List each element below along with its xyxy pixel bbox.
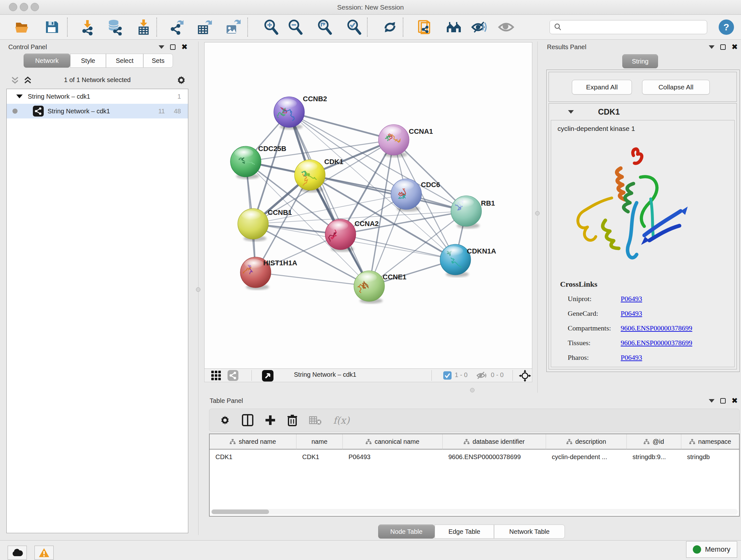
control-panel: Control Panel ✖ Network Style Select Set… — [4, 42, 191, 535]
table-options-gear-icon[interactable] — [219, 415, 230, 426]
show-columns-icon[interactable] — [242, 414, 253, 426]
add-column-icon[interactable] — [265, 415, 276, 426]
main-toolbar: ? — [0, 15, 741, 40]
bottom-splitter-handle[interactable] — [470, 388, 475, 392]
column-header-id[interactable]: @id — [627, 434, 681, 449]
warnings-button[interactable] — [35, 546, 54, 560]
export-network-icon[interactable] — [168, 18, 186, 36]
network-share-icon — [33, 106, 44, 117]
panel-float-icon[interactable] — [170, 44, 176, 50]
collection-expand-icon[interactable] — [16, 95, 23, 98]
column-header-shared-name[interactable]: shared name — [210, 434, 296, 449]
column-header-description[interactable]: description — [546, 434, 627, 449]
network-canvas[interactable]: CCNB2CCNA1CDC25BCDK1CDC6RB1CCNB1CCNA2CDK… — [204, 42, 532, 369]
import-network-database-icon[interactable] — [106, 18, 124, 36]
zoom-in-icon[interactable] — [262, 18, 280, 36]
tab-style[interactable]: Style — [70, 54, 106, 68]
search-input[interactable] — [562, 23, 707, 31]
right-splitter-handle[interactable] — [535, 211, 540, 215]
zoom-selected-icon[interactable] — [345, 18, 363, 36]
expand-all-button[interactable]: Expand All — [572, 80, 632, 95]
column-header-canonical-name[interactable]: canonical name — [343, 434, 443, 449]
memory-button[interactable]: Memory — [686, 541, 737, 558]
save-session-icon[interactable] — [43, 18, 61, 36]
import-table-icon[interactable] — [135, 18, 152, 36]
hidden-eye-icon — [476, 371, 488, 380]
detach-view-icon[interactable] — [262, 370, 273, 381]
tab-string[interactable]: String — [622, 54, 658, 68]
window-zoom-button[interactable] — [30, 3, 39, 11]
crosslink-link[interactable]: 9606.ENSP00000378699 — [621, 324, 692, 332]
tab-sets[interactable]: Sets — [143, 54, 173, 68]
network-node-count: 11 — [158, 108, 165, 115]
cloud-status-button[interactable] — [8, 546, 27, 560]
zoom-out-icon[interactable] — [286, 18, 305, 36]
grid-view-icon[interactable] — [211, 370, 221, 381]
column-header-namespace[interactable]: namespace — [681, 434, 739, 449]
panel-float-icon[interactable] — [720, 398, 726, 403]
collapse-all-button[interactable]: Collapse All — [642, 80, 710, 95]
node-section-header[interactable]: CDK1 — [549, 104, 737, 120]
hierarchy-icon — [230, 439, 235, 444]
first-neighbors-icon[interactable] — [445, 18, 463, 36]
tab-network-table[interactable]: Network Table — [494, 524, 565, 539]
collection-name: String Network – cdk1 — [28, 93, 90, 100]
horizontal-scrollbar[interactable] — [211, 509, 738, 515]
fit-content-crosshair-icon[interactable] — [519, 370, 531, 382]
left-splitter-handle[interactable] — [196, 287, 200, 292]
toolbar-separator — [367, 17, 367, 37]
column-header-database-identifier[interactable]: database identifier — [443, 434, 546, 449]
column-header-name[interactable]: name — [296, 434, 343, 449]
function-builder-icon: f(x) — [333, 415, 349, 426]
crosslink-link[interactable]: P06493 — [621, 354, 642, 362]
collection-count: 1 — [178, 93, 181, 100]
import-network-file-icon[interactable] — [78, 18, 96, 36]
eye-icon[interactable] — [497, 18, 515, 36]
panel-float-icon[interactable] — [720, 44, 726, 50]
zoom-fit-icon[interactable] — [316, 18, 334, 36]
table-cell[interactable]: stringdb:9... — [627, 450, 681, 463]
selected-checkbox-icon[interactable] — [443, 371, 452, 380]
window-minimize-button[interactable] — [20, 3, 28, 11]
network-collection-row[interactable]: String Network – cdk1 1 — [7, 89, 188, 104]
tab-select[interactable]: Select — [106, 54, 143, 68]
table-cell[interactable]: P06493 — [343, 450, 443, 463]
section-collapse-icon[interactable] — [568, 110, 574, 114]
network-options-gear-icon[interactable] — [176, 75, 186, 85]
tab-network[interactable]: Network — [23, 54, 70, 68]
copy-network-icon[interactable] — [415, 18, 433, 36]
panel-close-icon[interactable]: ✖ — [181, 44, 188, 50]
crosslink-link[interactable]: P06493 — [621, 295, 642, 303]
network-name: String Network – cdk1 — [48, 108, 110, 115]
crosslink-link[interactable]: 9606.ENSP00000378699 — [621, 339, 692, 347]
network-selection-status: 1 of 1 Network selected — [4, 76, 191, 84]
tab-node-table[interactable]: Node Table — [378, 524, 434, 539]
panel-menu-icon[interactable] — [158, 45, 164, 49]
tab-edge-table[interactable]: Edge Table — [434, 524, 494, 539]
string-results-container: Expand All Collapse All CDK1 cyclin-depe… — [546, 70, 740, 372]
export-table-icon[interactable] — [195, 18, 213, 36]
panel-close-icon[interactable]: ✖ — [731, 397, 738, 404]
search-field[interactable] — [549, 20, 707, 34]
table-cell[interactable]: CDK1 — [296, 450, 343, 463]
export-image-icon[interactable] — [224, 18, 242, 36]
network-row[interactable]: String Network – cdk1 11 48 — [7, 104, 188, 118]
table-cell[interactable]: CDK1 — [210, 450, 296, 463]
panel-close-icon[interactable]: ✖ — [731, 44, 738, 50]
show-graphics-details-icon[interactable] — [470, 18, 488, 36]
delete-column-icon[interactable] — [287, 414, 297, 426]
panel-menu-icon[interactable] — [709, 45, 715, 49]
apply-layout-icon[interactable] — [381, 18, 399, 36]
crosslink-link[interactable]: P06493 — [621, 309, 642, 318]
panel-menu-icon[interactable] — [709, 399, 715, 402]
open-session-icon[interactable] — [13, 18, 31, 36]
right-splitter[interactable] — [537, 42, 538, 393]
table-cell[interactable]: 9606.ENSP00000378699 — [443, 450, 546, 463]
scrollbar-thumb[interactable] — [212, 509, 269, 514]
network-view-share-icon[interactable] — [227, 370, 239, 381]
table-cell[interactable]: cyclin-dependent ... — [546, 450, 627, 463]
help-button[interactable]: ? — [719, 19, 734, 35]
window-close-button[interactable] — [9, 3, 17, 11]
crosslinks-heading: CrossLinks — [560, 280, 597, 289]
table-cell[interactable]: stringdb — [681, 450, 739, 463]
